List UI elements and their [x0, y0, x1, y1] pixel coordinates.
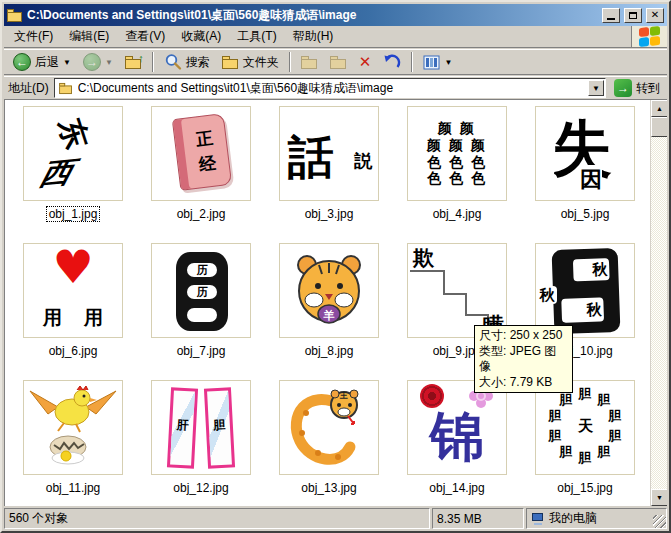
- window-folder-icon: [7, 9, 23, 22]
- thumbnail-obj-13[interactable]: 王: [279, 380, 379, 475]
- file-name[interactable]: obj_8.jpg: [302, 343, 357, 359]
- title-bar[interactable]: C:\Documents and Settings\it01\桌面\560趣味猜…: [4, 4, 667, 26]
- delete-button[interactable]: ✕: [354, 50, 377, 74]
- address-dropdown-button[interactable]: ▼: [588, 80, 604, 96]
- scroll-up-button[interactable]: ▲: [651, 100, 667, 117]
- art-char: 説: [354, 149, 372, 173]
- thumbnail-obj-5[interactable]: 失 因: [535, 106, 635, 201]
- tooltip-dimensions: 尺寸: 250 x 250: [479, 328, 568, 344]
- file-name[interactable]: obj_14.jpg: [426, 480, 487, 496]
- address-bar: 地址(D) C:\Documents and Settings\it01\桌面\…: [4, 76, 667, 99]
- tooltip-type: 类型: JPEG 图像: [479, 344, 568, 375]
- black-sun-shape: 秋 秋: [552, 248, 621, 334]
- art-char: 西: [33, 152, 86, 196]
- file-name[interactable]: obj_2.jpg: [174, 206, 229, 222]
- copy-to-icon: [330, 56, 347, 69]
- menu-edit[interactable]: 编辑(E): [61, 25, 117, 48]
- scroll-down-button[interactable]: ▼: [651, 489, 667, 506]
- file-name[interactable]: obj_5.jpg: [558, 206, 613, 222]
- file-name[interactable]: obj_7.jpg: [174, 343, 229, 359]
- resize-grip[interactable]: [653, 515, 666, 528]
- heart-icon: ♥: [24, 243, 122, 294]
- art-char: 因: [580, 165, 602, 195]
- file-item: 胆 胆 胆 胆 胆 胆 胆 胆 胆 胆 天 obj_15.jpg: [521, 380, 649, 506]
- file-name[interactable]: obj_12.jpg: [170, 480, 231, 496]
- scrollbar-thumb[interactable]: [651, 117, 667, 137]
- thumbnail-obj-9[interactable]: 欺 瞒: [407, 243, 507, 338]
- address-input[interactable]: C:\Documents and Settings\it01\桌面\560趣味猜…: [78, 80, 584, 97]
- art-line: 色 色 色: [427, 154, 487, 171]
- thumbnail-obj-11[interactable]: [23, 380, 123, 475]
- windows-flag-icon: [639, 26, 660, 47]
- menu-view[interactable]: 查看(V): [117, 25, 173, 48]
- folders-label: 文件夹: [243, 54, 279, 71]
- menu-help[interactable]: 帮助(H): [285, 25, 342, 48]
- back-dropdown-icon[interactable]: ▼: [63, 58, 71, 67]
- file-name[interactable]: obj_1.jpg: [46, 206, 101, 222]
- maximize-button[interactable]: [624, 8, 642, 23]
- art-char-king: 王: [339, 391, 348, 400]
- mirror-shape: 肝: [167, 387, 198, 468]
- file-item: 羊 obj_8.jpg: [265, 243, 393, 380]
- thumbnail-obj-6[interactable]: ♥ 用 用: [23, 243, 123, 338]
- art-line: 颜 颜: [438, 120, 476, 137]
- file-list-area: 东 西 obj_1.jpg 正 经 obj_2.jpg 話 説: [4, 99, 667, 506]
- toolbar-separator: [152, 52, 154, 72]
- thumbnail-obj-8[interactable]: 羊: [279, 243, 379, 338]
- search-button[interactable]: 搜索: [159, 50, 215, 74]
- thumbnail-obj-14[interactable]: 锦: [407, 380, 507, 475]
- copy-to-button[interactable]: [325, 53, 352, 72]
- file-name[interactable]: obj_13.jpg: [298, 480, 359, 496]
- file-name[interactable]: obj_15.jpg: [554, 480, 615, 496]
- delete-x-icon: ✕: [359, 53, 372, 71]
- file-name[interactable]: obj_11.jpg: [43, 480, 104, 496]
- file-item: ♥ 用 用 obj_6.jpg: [9, 243, 137, 380]
- back-button[interactable]: ← 后退 ▼: [8, 50, 76, 74]
- vertical-scrollbar[interactable]: ▲ ▼: [650, 100, 667, 506]
- thumbnail-obj-4[interactable]: 颜 颜 颜 颜 颜 色 色 色 色 色 色: [407, 106, 507, 201]
- thumbnail-obj-1[interactable]: 东 西: [23, 106, 123, 201]
- views-button[interactable]: ▼: [418, 52, 457, 73]
- file-info-tooltip: 尺寸: 250 x 250 类型: JPEG 图像 大小: 7.79 KB: [474, 325, 573, 393]
- folders-icon: [222, 56, 239, 69]
- menu-favorites[interactable]: 收藏(A): [173, 25, 229, 48]
- minimize-button[interactable]: [602, 8, 620, 23]
- thumbnail-obj-12[interactable]: 肝 胆: [151, 380, 251, 475]
- toolbar-separator: [289, 52, 291, 72]
- thumbnail-obj-15[interactable]: 胆 胆 胆 胆 胆 胆 胆 胆 胆 胆 天: [535, 380, 635, 475]
- art-char: 秋: [561, 297, 604, 322]
- tooltip-size: 大小: 7.79 KB: [479, 375, 568, 391]
- file-name[interactable]: obj_4.jpg: [430, 206, 485, 222]
- address-combo[interactable]: C:\Documents and Settings\it01\桌面\560趣味猜…: [54, 78, 606, 98]
- thumbnail-obj-3[interactable]: 話 説: [279, 106, 379, 201]
- thumbnail-obj-7[interactable]: 历 历: [151, 243, 251, 338]
- art-char: 肝: [175, 417, 189, 466]
- close-button[interactable]: ✕: [646, 8, 664, 23]
- art-char: 話: [288, 127, 334, 189]
- thumbnail-obj-10[interactable]: 秋 秋 秋: [535, 243, 635, 338]
- menu-file[interactable]: 文件(F): [6, 25, 61, 48]
- menu-tools[interactable]: 工具(T): [229, 25, 284, 48]
- thumbnail-obj-2[interactable]: 正 经: [151, 106, 251, 201]
- up-button[interactable]: ↑: [120, 53, 147, 72]
- book-shape: 正 经: [172, 113, 232, 191]
- go-button[interactable]: → 转到: [611, 78, 663, 98]
- chicken-egg-art: [24, 381, 122, 474]
- file-item: 颜 颜 颜 颜 颜 色 色 色 色 色 色 obj_4.jpg: [393, 106, 521, 243]
- file-item: obj_11.jpg: [9, 380, 137, 506]
- toolbar-separator: [411, 52, 413, 72]
- file-item: 話 説 obj_3.jpg: [265, 106, 393, 243]
- file-name[interactable]: obj_3.jpg: [302, 206, 357, 222]
- undo-button[interactable]: [378, 51, 406, 73]
- move-to-button[interactable]: [296, 53, 323, 72]
- art-char: 用: [43, 305, 62, 331]
- folders-button[interactable]: 文件夹: [217, 51, 284, 74]
- forward-button[interactable]: → ▼: [78, 50, 118, 74]
- views-dropdown-icon[interactable]: ▼: [444, 58, 452, 67]
- toolbar: ← 后退 ▼ → ▼ ↑ 搜索 文件夹: [4, 49, 667, 75]
- views-grid-icon: [423, 55, 440, 70]
- address-label: 地址(D): [8, 80, 49, 97]
- file-name[interactable]: obj_6.jpg: [46, 343, 101, 359]
- art-line: 颜 颜 颜: [427, 137, 487, 154]
- art-char: 锦: [408, 401, 506, 474]
